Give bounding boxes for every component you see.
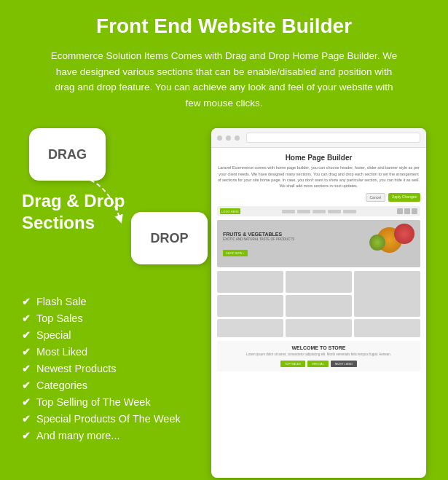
drag-label: DRAG bbox=[48, 147, 87, 162]
list-item-label: Flash Sale bbox=[36, 296, 87, 307]
welcome-section: WELCOME TO STORE Lorem ipsum dolor sit a… bbox=[217, 341, 420, 371]
nav-items bbox=[243, 210, 395, 213]
banner-text-area: FRUITS & VEGETABLES EXOTIC AND NATURAL T… bbox=[223, 231, 294, 257]
drop-label: DROP bbox=[150, 231, 188, 246]
list-item: ✔ Special Products Of The Week bbox=[22, 413, 197, 425]
welcome-description: Lorem ipsum dolor sit amet, consectetur … bbox=[221, 353, 416, 357]
list-item-label: And many more... bbox=[36, 430, 119, 441]
nav-item bbox=[343, 210, 356, 213]
mockup-description: Laravel Ecommerce comes with home page b… bbox=[217, 165, 420, 189]
check-icon: ✔ bbox=[22, 363, 31, 374]
section-title-line1: Drag & Drop bbox=[22, 190, 125, 212]
welcome-title: WELCOME TO STORE bbox=[221, 345, 416, 350]
browser-dot-1 bbox=[217, 135, 222, 141]
top-sales-button[interactable]: TOP SALES bbox=[280, 361, 305, 367]
nav-item bbox=[313, 210, 326, 213]
special-button[interactable]: SPECIAL bbox=[307, 361, 329, 367]
product-grid-2 bbox=[217, 319, 420, 337]
list-item-label: Special bbox=[36, 329, 71, 341]
check-icon: ✔ bbox=[22, 413, 31, 425]
list-item: ✔ And many more... bbox=[22, 430, 197, 441]
product-cell bbox=[217, 319, 283, 337]
mockup-content-area: Home Page Builder Laravel Ecommerce come… bbox=[211, 148, 426, 380]
drop-box: DROP bbox=[131, 212, 208, 264]
section-label: Drag & Drop Sections bbox=[22, 190, 125, 234]
welcome-buttons: TOP SALES SPECIAL MOST LIKED bbox=[221, 361, 416, 367]
check-icon: ✔ bbox=[22, 329, 31, 341]
mockup-banner: FRUITS & VEGETABLES EXOTIC AND NATURAL T… bbox=[217, 220, 420, 267]
product-cell bbox=[286, 295, 352, 317]
list-item: ✔ Categories bbox=[22, 379, 197, 391]
mockup-action-buttons: Cancel Apply Changes bbox=[217, 193, 420, 202]
browser-url-bar bbox=[246, 133, 420, 143]
list-item: ✔ Top Sales bbox=[22, 312, 197, 324]
section-title-line2: Sections bbox=[22, 212, 125, 234]
list-item: ✔ Most Liked bbox=[22, 346, 197, 358]
list-item-label: Top Selling of The Week bbox=[36, 396, 151, 408]
fruit-decoration-2 bbox=[394, 224, 414, 244]
nav-item bbox=[282, 210, 295, 213]
product-cell bbox=[286, 271, 352, 293]
list-item: ✔ Special bbox=[22, 329, 197, 341]
list-item-label: Categories bbox=[36, 379, 87, 391]
check-icon: ✔ bbox=[22, 396, 31, 408]
page-title: Front End Website Builder bbox=[22, 15, 426, 38]
list-item: ✔ Newest Products bbox=[22, 363, 197, 374]
mockup-navbar: LOGO HERE bbox=[217, 206, 420, 216]
banner-subtitle: EXOTIC AND NATURAL TASTE OF PRODUCTS bbox=[223, 237, 294, 241]
left-section: DRAG Drag & Drop Sections bbox=[22, 128, 197, 446]
check-icon: ✔ bbox=[22, 379, 31, 391]
mockup-title: Home Page Builder bbox=[217, 154, 420, 162]
feature-checklist: ✔ Flash Sale ✔ Top Sales ✔ Special ✔ Mos… bbox=[22, 296, 197, 441]
cancel-button[interactable]: Cancel bbox=[366, 193, 386, 202]
browser-toolbar bbox=[211, 128, 426, 148]
list-item-label: Newest Products bbox=[36, 363, 117, 374]
list-item-label: Most Liked bbox=[36, 346, 87, 358]
product-grid bbox=[217, 271, 420, 317]
apply-changes-button[interactable]: Apply Changes bbox=[388, 193, 420, 202]
list-item: ✔ Flash Sale bbox=[22, 296, 197, 307]
product-cell bbox=[354, 271, 420, 317]
content-row: DRAG Drag & Drop Sections bbox=[22, 128, 426, 478]
check-icon: ✔ bbox=[22, 312, 31, 324]
check-icon: ✔ bbox=[22, 346, 31, 358]
browser-mockup: Home Page Builder Laravel Ecommerce come… bbox=[211, 128, 426, 478]
product-cell bbox=[217, 271, 283, 293]
product-cell bbox=[286, 319, 352, 337]
most-liked-button[interactable]: MOST LIKED bbox=[331, 361, 357, 367]
banner-shop-button[interactable]: SHOP NOW » bbox=[223, 250, 248, 256]
nav-search-icon bbox=[397, 208, 403, 214]
drag-drop-visual: DRAG Drag & Drop Sections bbox=[22, 128, 197, 288]
nav-logo: LOGO HERE bbox=[220, 208, 240, 214]
check-icon: ✔ bbox=[22, 430, 31, 441]
list-item-label: Special Products Of The Week bbox=[36, 413, 181, 425]
nav-item bbox=[328, 210, 341, 213]
product-cell bbox=[217, 295, 283, 317]
banner-title: FRUITS & VEGETABLES bbox=[223, 231, 294, 237]
nav-icon-group bbox=[397, 208, 417, 214]
product-cell bbox=[354, 319, 420, 337]
list-item-label: Top Sales bbox=[36, 312, 83, 324]
nav-user-icon bbox=[412, 208, 417, 214]
check-icon: ✔ bbox=[22, 296, 31, 307]
browser-dot-3 bbox=[235, 135, 240, 141]
main-container: Front End Website Builder Ecommerce Solu… bbox=[0, 0, 448, 480]
page-description: Ecommerce Solution Items Comes with Drag… bbox=[50, 48, 399, 111]
nav-cart-icon bbox=[404, 208, 410, 214]
browser-dot-2 bbox=[226, 135, 231, 141]
nav-item bbox=[297, 210, 310, 213]
list-item: ✔ Top Selling of The Week bbox=[22, 396, 197, 408]
